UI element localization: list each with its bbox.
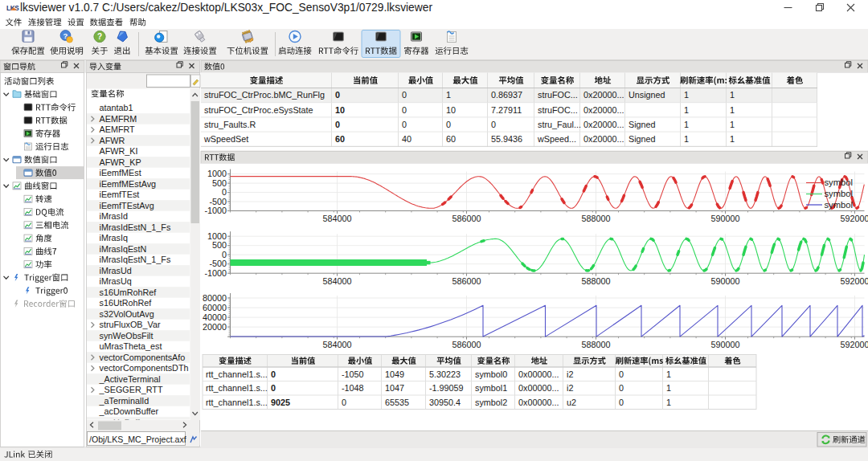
svg-text:synWeObsFilt: synWeObsFilt xyxy=(100,331,154,341)
svg-text:_acDownBuffer: _acDownBuffer xyxy=(99,406,159,416)
svg-text:0: 0 xyxy=(335,90,340,100)
svg-text:s32VolOutAvg: s32VolOutAvg xyxy=(100,309,154,319)
svg-text:1: 1 xyxy=(666,398,671,407)
svg-text:symbol: symbol xyxy=(825,200,853,210)
svg-text:Signed: Signed xyxy=(628,134,656,144)
svg-text:586000: 586000 xyxy=(452,340,481,349)
svg-text:AFWR: AFWR xyxy=(100,136,125,145)
svg-text:struFOC...: struFOC... xyxy=(538,90,578,100)
svg-text:1: 1 xyxy=(684,90,689,100)
svg-text:_ActiveTerminal: _ActiveTerminal xyxy=(99,374,161,384)
svg-text:7.27911: 7.27911 xyxy=(491,105,522,115)
svg-text:20000: 20000 xyxy=(203,322,227,332)
svg-text:iMrasIq: iMrasIq xyxy=(100,233,128,243)
svg-text:-1000: -1000 xyxy=(204,268,227,278)
svg-text:0x00000...: 0x00000... xyxy=(518,369,559,379)
svg-text:rtt_channel1.s...: rtt_channel1.s... xyxy=(206,383,268,393)
svg-text:30950.4: 30950.4 xyxy=(429,398,461,407)
svg-text:0: 0 xyxy=(271,369,276,379)
svg-text:i2: i2 xyxy=(567,369,573,379)
svg-text:55.9436: 55.9436 xyxy=(491,134,522,144)
svg-text:0: 0 xyxy=(271,383,276,393)
svg-text:590000: 590000 xyxy=(710,276,739,286)
svg-text:vectorComponentsAfo: vectorComponentsAfo xyxy=(100,353,186,362)
svg-text:rtt_channel1.s...: rtt_channel1.s... xyxy=(206,369,268,379)
svg-text:1: 1 xyxy=(730,90,735,100)
svg-text:AEMFRT: AEMFRT xyxy=(100,124,136,134)
svg-text:rtt_channel1.s...: rtt_channel1.s... xyxy=(206,398,268,407)
svg-text:592000: 592000 xyxy=(840,276,868,286)
svg-text:500: 500 xyxy=(212,178,227,188)
svg-text:590000: 590000 xyxy=(710,214,739,223)
svg-text:iMrasUd: iMrasUd xyxy=(100,266,132,275)
svg-text:1000: 1000 xyxy=(207,231,227,241)
svg-text:10: 10 xyxy=(446,105,456,115)
svg-text:1: 1 xyxy=(684,120,689,129)
svg-text:symbol2: symbol2 xyxy=(475,398,507,407)
svg-text:Signed: Signed xyxy=(628,120,656,129)
svg-text:Unsigned: Unsigned xyxy=(628,90,665,100)
svg-text:40: 40 xyxy=(402,134,411,144)
svg-text:wSpeed...: wSpeed... xyxy=(537,134,576,144)
svg-text:-500: -500 xyxy=(209,197,227,206)
svg-text:1: 1 xyxy=(730,120,735,129)
svg-text:lksviewer v1.0.7 C:/Users/cake: lksviewer v1.0.7 C:/Users/cakez/Desktop/… xyxy=(20,2,432,14)
svg-text:vectorComponentsDTh: vectorComponentsDTh xyxy=(100,363,189,373)
svg-text:/Obj/LKS_MC_Project.axf: /Obj/LKS_MC_Project.axf xyxy=(89,434,186,444)
svg-text:?: ? xyxy=(97,32,102,41)
svg-text:stru_Faul...: stru_Faul... xyxy=(538,120,581,129)
svg-text:struFOC_CtrProc.bMC_RunFlg: struFOC_CtrProc.bMC_RunFlg xyxy=(204,90,325,100)
svg-text:1: 1 xyxy=(666,369,671,379)
svg-text:atantab1: atantab1 xyxy=(100,103,133,112)
svg-text:0x20000...: 0x20000... xyxy=(583,134,624,144)
svg-text:1: 1 xyxy=(684,105,689,115)
svg-text:1: 1 xyxy=(730,134,735,144)
svg-text:0x20000...: 0x20000... xyxy=(583,90,624,100)
svg-text:0: 0 xyxy=(335,120,340,129)
svg-text:0: 0 xyxy=(222,187,227,197)
svg-text:iEemfTEstAvg: iEemfTEstAvg xyxy=(100,201,154,210)
svg-text:iMrasUq: iMrasUq xyxy=(100,276,132,286)
svg-text:586000: 586000 xyxy=(452,276,481,286)
svg-text:1049: 1049 xyxy=(385,369,404,379)
svg-text:60: 60 xyxy=(446,134,456,144)
svg-text:588000: 588000 xyxy=(581,276,610,286)
svg-text:struFluxOB_Var: struFluxOB_Var xyxy=(100,320,161,329)
svg-text:0x20000...: 0x20000... xyxy=(583,120,624,129)
svg-text:60: 60 xyxy=(335,134,345,144)
svg-text:0: 0 xyxy=(619,369,624,379)
svg-text:584000: 584000 xyxy=(322,214,351,223)
svg-text:0.86937: 0.86937 xyxy=(491,90,522,100)
svg-text:i2: i2 xyxy=(567,383,573,393)
svg-text:AFWR_KP: AFWR_KP xyxy=(100,157,141,167)
svg-text:0x00000...: 0x00000... xyxy=(518,398,559,407)
svg-text:1: 1 xyxy=(730,105,735,115)
svg-text:60000: 60000 xyxy=(203,303,227,312)
svg-text:AFWR_KI: AFWR_KI xyxy=(100,146,138,156)
svg-text:588000: 588000 xyxy=(581,340,610,349)
svg-text:struFOC_CtrProc.eSysState: struFOC_CtrProc.eSysState xyxy=(204,105,313,115)
svg-text:-500: -500 xyxy=(209,259,227,268)
svg-text:1: 1 xyxy=(666,383,671,393)
svg-text:588000: 588000 xyxy=(581,214,610,223)
svg-text:stru_Faults.R: stru_Faults.R xyxy=(204,120,256,129)
svg-text:iMrasIdEstN_1_Fs: iMrasIdEstN_1_Fs xyxy=(100,222,171,232)
svg-text:iMrasIqEstN: iMrasIqEstN xyxy=(100,244,147,254)
svg-text:1047: 1047 xyxy=(385,383,404,393)
svg-text:-1050: -1050 xyxy=(342,369,364,379)
svg-text:symbol: symbol xyxy=(825,189,853,198)
svg-text:wSpeedSet: wSpeedSet xyxy=(203,134,248,144)
svg-text:1000: 1000 xyxy=(207,169,227,178)
svg-text:0: 0 xyxy=(619,398,624,407)
svg-text:uMrasTheta_est: uMrasTheta_est xyxy=(100,341,162,351)
svg-text:s16UtRohRef: s16UtRohRef xyxy=(100,298,153,308)
svg-text:0: 0 xyxy=(402,120,407,129)
svg-text:584000: 584000 xyxy=(322,276,351,286)
svg-text:symbol1: symbol1 xyxy=(475,383,507,393)
svg-text:_SEGGER_RTT: _SEGGER_RTT xyxy=(99,385,163,394)
svg-text:iMrasIqEstN_1_Fs: iMrasIqEstN_1_Fs xyxy=(100,255,171,264)
svg-text:symbol: symbol xyxy=(825,177,853,187)
svg-text:0: 0 xyxy=(491,120,496,129)
svg-text:0: 0 xyxy=(446,120,451,129)
svg-text:5.30223: 5.30223 xyxy=(429,369,461,379)
